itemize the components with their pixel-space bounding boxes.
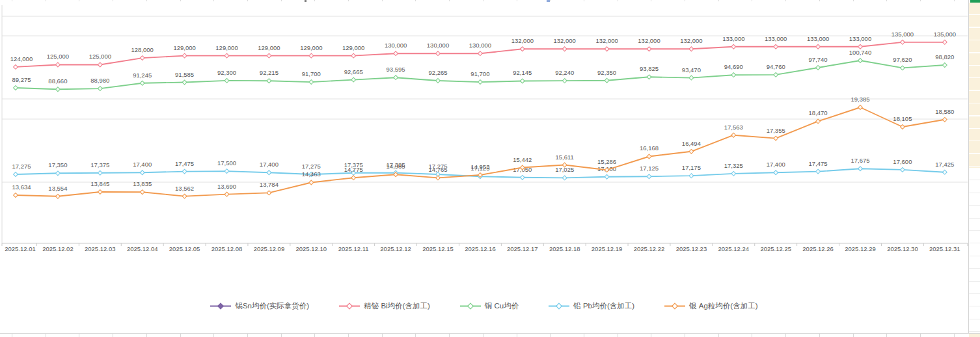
date-label: 2025.12.01 (5, 245, 36, 252)
data-point-marker (562, 47, 567, 51)
column-boundary (785, 334, 786, 337)
data-label: 92,265 (428, 69, 447, 76)
data-label: 135,000 (934, 31, 956, 38)
data-point-marker (394, 75, 398, 80)
data-label: 17,355 (767, 127, 785, 134)
data-label: 13,784 (260, 181, 279, 188)
data-point-marker (731, 44, 736, 49)
data-label: 132,000 (554, 37, 576, 44)
legend-label: 铜 Cu均价 (485, 301, 519, 311)
data-point-marker (647, 154, 651, 159)
data-point-marker (689, 47, 694, 51)
data-label: 129,000 (173, 44, 195, 51)
data-labels-ag: 13,63413,55413,84513,83513,56213,69013,7… (12, 96, 954, 192)
data-point-marker (774, 170, 778, 175)
data-label: 133,000 (849, 35, 871, 42)
legend-item-bi[interactable]: 精铋 Bi均价(含加工) (339, 301, 430, 311)
column-boundary (314, 334, 315, 337)
series-line-ag (16, 107, 945, 196)
data-point-marker (182, 169, 187, 174)
data-label: 17,675 (851, 157, 869, 164)
data-label: 88,660 (48, 77, 67, 85)
data-point-marker (647, 47, 651, 51)
data-label: 98,820 (935, 53, 954, 61)
column-boundary (954, 334, 955, 337)
empty-cells[interactable] (969, 168, 980, 333)
data-point-marker (942, 40, 947, 44)
data-label: 14,765 (428, 166, 447, 173)
column-boundary (685, 334, 685, 337)
date-label: 2025.12.24 (718, 245, 750, 252)
data-label: 130,000 (385, 42, 407, 49)
data-label: 92,300 (217, 69, 236, 76)
data-point-marker (98, 190, 102, 195)
legend-item-pb[interactable]: 铅 Pb均价(含加工) (549, 301, 634, 311)
legend-item-cu[interactable]: 铜 Cu均价 (460, 301, 519, 311)
data-label: 130,000 (469, 42, 491, 49)
date-label: 2025.12.26 (802, 245, 834, 252)
legend-item-ag[interactable]: 银 Ag粒均价(含加工) (664, 301, 757, 311)
data-label: 88,980 (90, 77, 109, 84)
data-label: 17,400 (260, 161, 279, 168)
column-boundary (12, 334, 12, 337)
data-labels-cu: 89,27588,66088,98091,24591,58592,30092,2… (12, 49, 954, 85)
legend-item-sn[interactable]: 锡Sn均价(实际拿货价) (210, 301, 309, 311)
data-point-marker (731, 171, 736, 176)
data-label: 13,554 (48, 185, 67, 192)
data-label: 89,275 (12, 76, 31, 83)
data-point-marker (731, 133, 736, 137)
legend-marker-cu (460, 303, 481, 310)
date-label: 2025.12.11 (338, 245, 369, 252)
legend-marker-sn (210, 303, 231, 310)
column-boundary (483, 334, 483, 337)
data-label: 125,000 (89, 53, 111, 60)
data-label: 17,325 (724, 162, 743, 169)
data-point-marker (436, 51, 441, 56)
data-point-marker (267, 53, 271, 58)
date-label: 2025.12.23 (676, 245, 707, 252)
data-label: 17,175 (682, 164, 701, 171)
data-label: 94,760 (767, 63, 785, 70)
data-point-marker (182, 194, 187, 198)
chart-legend: 锡Sn均价(实际拿货价)精铋 Bi均价(含加工)铜 Cu均价铅 Pb均价(含加工… (0, 298, 968, 314)
data-point-marker (56, 87, 61, 92)
date-label: 2025.12.18 (549, 245, 580, 252)
data-point-marker (98, 170, 102, 175)
data-label: 132,000 (680, 37, 702, 44)
data-point-marker (605, 174, 609, 179)
data-label: 19,385 (851, 96, 869, 103)
date-label: 2025.12.15 (422, 245, 454, 252)
date-label: 2025.12.04 (127, 245, 158, 252)
data-point-marker (520, 47, 524, 51)
column-boundary (651, 334, 651, 337)
data-label: 13,634 (12, 183, 31, 191)
data-point-marker (731, 73, 736, 77)
data-label: 13,690 (217, 183, 236, 190)
highlighted-cells[interactable] (969, 3, 980, 168)
data-label: 97,620 (893, 56, 912, 63)
data-label: 17,350 (48, 161, 67, 168)
price-line-chart[interactable]: 2025.12.012025.12.022025.12.032025.12.04… (0, 0, 968, 333)
data-point-marker (901, 125, 905, 129)
data-label: 97,740 (809, 56, 828, 63)
data-label: 92,145 (513, 69, 532, 76)
data-label: 129,000 (258, 44, 280, 51)
date-label: 2025.12.10 (296, 245, 327, 252)
column-boundary (247, 334, 248, 337)
data-label: 133,000 (765, 35, 787, 42)
data-label: 130,000 (427, 42, 449, 49)
spreadsheet-right-column[interactable] (968, 0, 980, 337)
data-point-marker (520, 175, 524, 180)
spreadsheet-bottom-row[interactable] (0, 333, 980, 337)
data-label: 13,835 (133, 180, 152, 187)
data-label: 92,350 (597, 69, 616, 76)
column-boundary (853, 334, 854, 337)
legend-label: 锡Sn均价(实际拿货价) (235, 301, 309, 311)
data-point-marker (351, 176, 356, 180)
data-point-marker (605, 47, 609, 51)
data-point-marker (225, 79, 229, 83)
column-boundary (449, 334, 450, 337)
data-label: 13,562 (175, 185, 194, 192)
date-label: 2025.12.22 (634, 245, 665, 252)
data-point-marker (816, 44, 821, 49)
